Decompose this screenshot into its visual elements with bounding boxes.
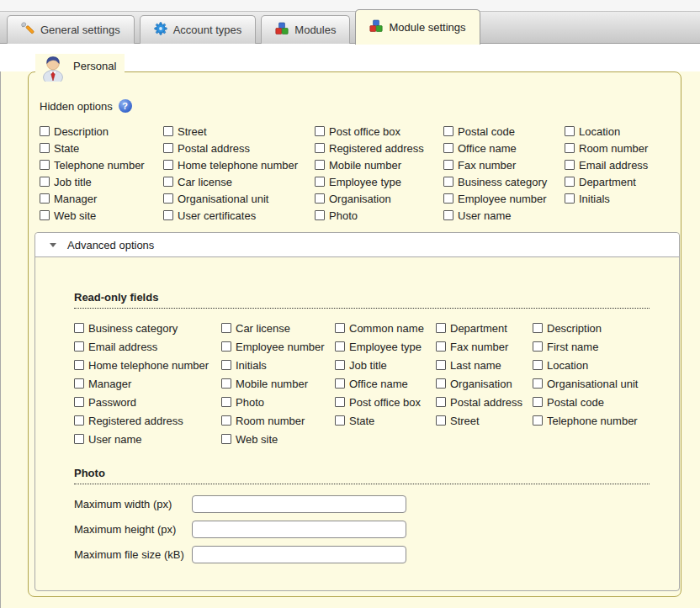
- read-only-field-cell[interactable]: Registered address: [74, 411, 221, 430]
- read-only-field-cell[interactable]: Manager: [74, 374, 221, 393]
- hidden-option-cell[interactable]: User certificates: [163, 207, 315, 224]
- read-only-field-checkbox[interactable]: [436, 378, 446, 389]
- read-only-field-cell[interactable]: First name: [533, 337, 650, 356]
- hidden-option-cell[interactable]: Job title: [40, 173, 163, 190]
- read-only-field-checkbox[interactable]: [221, 323, 231, 333]
- hidden-option-cell[interactable]: Telephone number: [40, 156, 163, 173]
- hidden-option-cell[interactable]: User name: [443, 207, 565, 224]
- hidden-option-checkbox[interactable]: [565, 193, 575, 204]
- read-only-field-cell[interactable]: Street: [436, 411, 533, 430]
- hidden-option-checkbox[interactable]: [163, 193, 173, 204]
- hidden-option-checkbox[interactable]: [565, 177, 575, 187]
- tab-modules[interactable]: Modules: [261, 15, 350, 44]
- hidden-option-checkbox[interactable]: [443, 126, 453, 136]
- hidden-option-cell[interactable]: Organisational unit: [163, 190, 315, 207]
- hidden-option-checkbox[interactable]: [315, 126, 325, 136]
- hidden-option-cell[interactable]: Employee number: [443, 190, 565, 207]
- read-only-field-cell[interactable]: Car license: [221, 319, 335, 337]
- read-only-field-cell[interactable]: Organisational unit: [533, 374, 650, 393]
- read-only-field-checkbox[interactable]: [335, 341, 345, 352]
- read-only-field-checkbox[interactable]: [74, 323, 84, 333]
- photo-field-input[interactable]: [192, 546, 406, 563]
- hidden-option-checkbox[interactable]: [40, 177, 50, 187]
- hidden-option-cell[interactable]: Street: [163, 123, 315, 140]
- photo-field-input[interactable]: [192, 495, 406, 513]
- read-only-field-checkbox[interactable]: [436, 360, 446, 370]
- read-only-field-checkbox[interactable]: [436, 323, 446, 333]
- hidden-option-cell[interactable]: Department: [565, 173, 681, 190]
- hidden-option-cell[interactable]: Initials: [565, 190, 681, 207]
- read-only-field-checkbox[interactable]: [533, 360, 543, 370]
- read-only-field-cell[interactable]: Employee number: [221, 337, 335, 356]
- read-only-field-checkbox[interactable]: [436, 397, 446, 407]
- hidden-option-checkbox[interactable]: [163, 143, 173, 153]
- read-only-field-checkbox[interactable]: [533, 397, 543, 407]
- read-only-field-checkbox[interactable]: [221, 434, 231, 444]
- hidden-option-checkbox[interactable]: [40, 126, 50, 136]
- hidden-option-cell[interactable]: Manager: [40, 190, 163, 207]
- hidden-option-cell[interactable]: Postal address: [163, 140, 315, 156]
- read-only-field-cell[interactable]: User name: [74, 430, 221, 448]
- help-icon[interactable]: ?: [119, 99, 132, 113]
- hidden-option-checkbox[interactable]: [40, 143, 50, 153]
- read-only-field-checkbox[interactable]: [74, 415, 84, 426]
- read-only-field-checkbox[interactable]: [335, 378, 345, 389]
- hidden-option-cell[interactable]: Fax number: [443, 156, 565, 173]
- hidden-option-cell[interactable]: Mobile number: [315, 156, 443, 173]
- read-only-field-cell[interactable]: Location: [533, 356, 650, 374]
- hidden-option-cell[interactable]: Registered address: [315, 140, 443, 156]
- read-only-field-checkbox[interactable]: [74, 360, 84, 370]
- read-only-field-cell[interactable]: Organisation: [436, 374, 533, 393]
- read-only-field-checkbox[interactable]: [221, 341, 231, 352]
- read-only-field-cell[interactable]: Postal address: [436, 393, 533, 411]
- hidden-option-cell[interactable]: Car license: [163, 173, 315, 190]
- hidden-option-cell[interactable]: Location: [565, 123, 681, 140]
- read-only-field-checkbox[interactable]: [221, 360, 231, 370]
- read-only-field-cell[interactable]: Telephone number: [533, 411, 650, 430]
- read-only-field-cell[interactable]: Job title: [335, 356, 436, 374]
- read-only-field-checkbox[interactable]: [335, 415, 345, 426]
- hidden-option-cell[interactable]: Postal code: [443, 123, 565, 140]
- read-only-field-cell[interactable]: Room number: [221, 411, 335, 430]
- hidden-option-checkbox[interactable]: [163, 160, 173, 170]
- hidden-option-checkbox[interactable]: [315, 210, 325, 220]
- read-only-field-checkbox[interactable]: [533, 323, 543, 333]
- read-only-field-cell[interactable]: Common name: [335, 319, 436, 337]
- read-only-field-checkbox[interactable]: [335, 360, 345, 370]
- read-only-field-cell[interactable]: Last name: [436, 356, 533, 374]
- hidden-option-checkbox[interactable]: [40, 193, 50, 204]
- read-only-field-cell[interactable]: Web site: [221, 430, 335, 448]
- read-only-field-cell[interactable]: Employee type: [335, 337, 436, 356]
- hidden-option-checkbox[interactable]: [315, 160, 325, 170]
- photo-field-input[interactable]: [192, 521, 406, 538]
- read-only-field-cell[interactable]: Email address: [74, 337, 221, 356]
- advanced-options-toggle[interactable]: Advanced options: [35, 233, 679, 257]
- read-only-field-checkbox[interactable]: [436, 341, 446, 352]
- read-only-field-cell[interactable]: Mobile number: [221, 374, 335, 393]
- hidden-option-checkbox[interactable]: [565, 160, 575, 170]
- hidden-option-checkbox[interactable]: [163, 177, 173, 187]
- hidden-option-checkbox[interactable]: [40, 160, 50, 170]
- hidden-option-checkbox[interactable]: [565, 143, 575, 153]
- read-only-field-checkbox[interactable]: [74, 378, 84, 389]
- hidden-option-checkbox[interactable]: [315, 177, 325, 187]
- read-only-field-cell[interactable]: Photo: [221, 393, 335, 411]
- hidden-option-checkbox[interactable]: [163, 210, 173, 220]
- hidden-option-cell[interactable]: Description: [40, 123, 163, 140]
- hidden-option-cell[interactable]: Photo: [315, 207, 443, 224]
- tab-module-settings[interactable]: Module settings: [355, 9, 480, 45]
- read-only-field-cell[interactable]: Postal code: [533, 393, 650, 411]
- hidden-option-checkbox[interactable]: [443, 193, 453, 204]
- hidden-option-cell[interactable]: Home telephone number: [163, 156, 315, 173]
- hidden-option-checkbox[interactable]: [565, 126, 575, 136]
- hidden-option-cell[interactable]: Office name: [443, 140, 565, 156]
- hidden-option-checkbox[interactable]: [40, 210, 50, 220]
- read-only-field-cell[interactable]: Post office box: [335, 393, 436, 411]
- hidden-option-cell[interactable]: Web site: [40, 207, 163, 224]
- hidden-option-cell[interactable]: Post office box: [315, 123, 443, 140]
- read-only-field-checkbox[interactable]: [533, 378, 543, 389]
- hidden-option-checkbox[interactable]: [315, 193, 325, 204]
- read-only-field-cell[interactable]: Department: [436, 319, 533, 337]
- read-only-field-checkbox[interactable]: [335, 323, 345, 333]
- read-only-field-cell[interactable]: Home telephone number: [74, 356, 221, 374]
